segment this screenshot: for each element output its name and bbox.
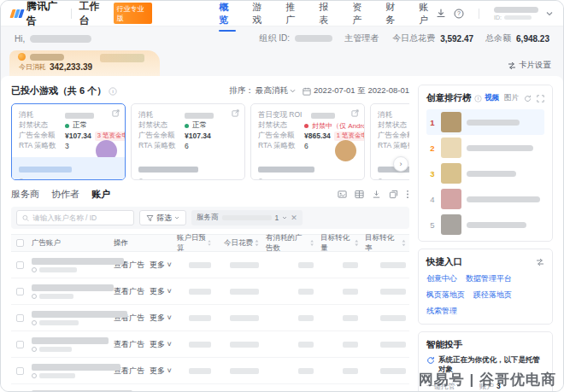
account-switcher[interactable]: ID: <box>494 7 538 20</box>
customize-icon[interactable] <box>536 258 544 266</box>
table-row[interactable]: 查看广告更多 ˅ <box>11 305 409 331</box>
col-daily-budget[interactable]: 账户日预算 <box>173 233 214 254</box>
id-icon <box>32 294 37 299</box>
download-icon[interactable] <box>372 190 381 199</box>
col-today-spend[interactable]: 今日花费 <box>214 238 262 249</box>
summary-tab-inactive[interactable] <box>100 54 144 62</box>
date-range-picker[interactable]: 2022-07-01 至 2022-08-01 <box>303 85 409 97</box>
col-active-ads[interactable]: 有消耗的广告数 <box>262 233 317 254</box>
view-ads-link[interactable]: 查看广告 <box>114 286 144 297</box>
nav-tab-promotion[interactable]: 推广 <box>285 0 303 32</box>
org-id-label: 组织 ID: <box>260 32 291 44</box>
row-checkbox[interactable] <box>16 341 24 348</box>
table-row[interactable]: 查看广告更多 ˅ <box>11 331 409 358</box>
tab-account[interactable]: 账户 <box>91 188 110 201</box>
nav-tab-account[interactable]: 账户 <box>419 0 436 32</box>
link-data-platform[interactable]: 数据管理平台 <box>466 273 512 284</box>
nav-tab-assets[interactable]: 资产 <box>352 0 369 32</box>
top-navbar: 腾讯广告 工作台 行业专业版 概览 游戏 推广 报表 资产 财务 账户 ? ID… <box>1 1 563 26</box>
account-name-blur <box>32 258 124 265</box>
id-icon <box>32 347 37 352</box>
more-icon[interactable] <box>406 190 409 199</box>
left-column: 已投小游戏（共 6 个） i 排序：最高消耗 2022-07-01 至 2022… <box>11 85 409 391</box>
creative-thumbnail <box>441 163 461 184</box>
nav-tab-reports[interactable]: 报表 <box>319 0 336 32</box>
sort-dropdown[interactable]: 排序：最高消耗 <box>230 85 297 97</box>
ranking-row-4[interactable]: 4 <box>426 186 544 212</box>
balance-value: ¥865.34 <box>304 132 331 140</box>
filter-button[interactable]: 筛选 <box>139 210 186 225</box>
divider <box>71 9 72 19</box>
more-dropdown[interactable]: 更多 ˅ <box>150 313 172 324</box>
row-checkbox[interactable] <box>16 261 24 269</box>
external-link-icon[interactable] <box>351 109 359 117</box>
table-row[interactable]: 查看广告更多 ˅ <box>11 384 409 392</box>
ranking-row-5[interactable]: 5 <box>426 212 544 237</box>
link-fengye-landing[interactable]: 枫页落地页 <box>426 290 465 301</box>
ranking-tab-video[interactable]: 视频 <box>485 93 499 103</box>
more-dropdown[interactable]: 更多 ˅ <box>150 286 172 297</box>
table-row[interactable]: 查看广告更多 ˅ <box>11 252 409 278</box>
nav-tab-games[interactable]: 游戏 <box>252 0 269 32</box>
row-checkbox[interactable] <box>16 367 24 375</box>
card-settings-button[interactable]: 卡片设置 <box>508 60 551 71</box>
link-xijing-landing[interactable]: 蹊径落地页 <box>473 290 512 301</box>
view-ads-link[interactable]: 查看广告 <box>114 339 144 350</box>
select-all-checkbox[interactable] <box>16 239 24 247</box>
row-checkbox[interactable] <box>16 288 24 295</box>
metric-label: 首日变现 ROI <box>258 110 308 120</box>
ranking-row-3[interactable]: 3 <box>426 161 544 186</box>
filter-tag-service-provider[interactable]: 服务商 1 ✕ <box>191 210 303 225</box>
game-card-3[interactable]: 首日变现 ROI 封禁状态封禁中（仅 Android） 广告金余额¥865.34… <box>250 103 365 180</box>
col-conversions[interactable]: 目标转化量 <box>317 233 361 254</box>
table-row[interactable]: 查看广告更多 ˅ <box>11 278 409 305</box>
cards-next-arrow[interactable]: › <box>393 156 408 172</box>
ranking-row-2[interactable]: 2 <box>426 135 544 161</box>
more-dropdown[interactable]: 更多 ˅ <box>150 339 172 350</box>
account-name-blur <box>32 364 120 371</box>
game-name-blur <box>138 167 198 173</box>
more-dropdown[interactable]: 更多 ˅ <box>150 260 172 271</box>
ranking-title: 创意排行榜 <box>426 92 472 104</box>
sort-icon <box>208 239 211 247</box>
balance-label: 广告金余额 <box>258 131 301 141</box>
card-view-icon[interactable] <box>338 190 347 199</box>
metric-value-blur <box>185 113 214 119</box>
creative-name-blur <box>467 145 533 151</box>
account-id-blur <box>39 320 79 325</box>
expand-icon[interactable] <box>537 95 544 102</box>
game-card-1[interactable]: 消耗 封禁状态正常 广告金余额¥107.343 笔资金申请记录 RTA 策略数3 <box>11 103 126 180</box>
link-leads-management[interactable]: 线索管理 <box>426 306 457 317</box>
game-card-footer <box>251 157 364 179</box>
nav-tab-overview[interactable]: 概览 <box>219 0 236 32</box>
search-box[interactable] <box>16 210 134 225</box>
table-view-icon[interactable] <box>355 190 364 199</box>
external-link-icon[interactable] <box>112 109 120 117</box>
link-creative-center[interactable]: 创意中心 <box>426 273 457 284</box>
watermark: 网易号 | 谷哥优电商 <box>419 370 556 389</box>
rta-label: RTA 策略数 <box>138 141 181 151</box>
download-icon[interactable] <box>436 9 446 19</box>
copy-icon[interactable] <box>389 190 398 199</box>
ranking-tab-image[interactable]: 图片 <box>504 93 519 103</box>
col-conversion-rate[interactable]: 目标转化率 <box>361 233 409 254</box>
filter-tag-count: 1 <box>275 214 279 222</box>
chevron-down-icon[interactable] <box>546 11 553 16</box>
rta-value: 6 <box>185 142 189 150</box>
refresh-icon[interactable] <box>524 95 532 102</box>
account-name-blur <box>32 337 109 344</box>
search-input[interactable] <box>32 214 128 222</box>
more-dropdown[interactable]: 更多 ˅ <box>150 366 172 377</box>
table-row[interactable]: 查看广告更多 ˅ <box>11 358 409 384</box>
ranking-row-1[interactable]: 1 <box>426 109 544 135</box>
creative-name-blur <box>467 120 520 126</box>
nav-tab-finance[interactable]: 财务 <box>385 0 402 32</box>
row-checkbox[interactable] <box>16 314 24 322</box>
game-card-2[interactable]: 消耗 封禁状态正常 广告金余额¥107.34 RTA 策略数6 <box>131 103 245 180</box>
tab-service-provider[interactable]: 服务商 <box>11 188 39 201</box>
external-link-icon[interactable] <box>232 109 239 117</box>
tag-close-icon[interactable]: ✕ <box>291 214 297 222</box>
game-id-blur <box>266 179 317 181</box>
tab-collaborator[interactable]: 协作者 <box>51 188 79 201</box>
help-icon[interactable]: ? <box>454 9 464 19</box>
